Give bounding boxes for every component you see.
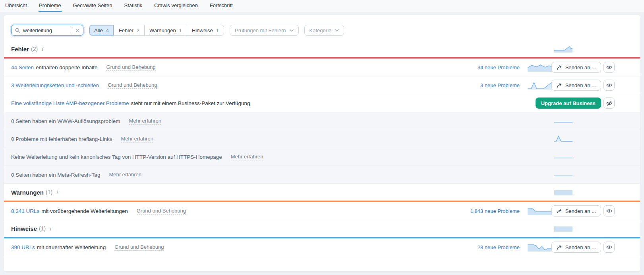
section-count: (1) bbox=[39, 225, 46, 232]
new-problems-link[interactable]: 28 neue Probleme bbox=[478, 244, 520, 250]
issue-row-amp-upgrade: Eine vollständige Liste AMP-bezogener Pr… bbox=[4, 94, 640, 112]
tab-crawls-vergleichen[interactable]: Crawls vergleichen bbox=[154, 0, 198, 12]
issue-row-www-resolve: 0 Seiten haben ein WWW-Auflösungsproblem… bbox=[4, 112, 640, 130]
section-header-hinweise: Hinweise (1) i bbox=[4, 220, 640, 237]
send-to-label: Senden an ... bbox=[565, 82, 596, 88]
amp-issues-link[interactable]: Eine vollständige Liste AMP-bezogener Pr… bbox=[11, 100, 129, 106]
upgrade-business-button[interactable]: Upgrade auf Business bbox=[536, 98, 601, 109]
why-fix-link[interactable]: Grund und Behebung bbox=[137, 208, 186, 215]
send-to-button[interactable]: Senden an ... bbox=[551, 242, 601, 253]
issue-link[interactable]: 3 Weiterleitungsketten und -schleifen bbox=[11, 82, 99, 88]
issue-link[interactable]: 44 Seiten bbox=[11, 64, 34, 70]
issue-text: enthalten doppelte Inhalte bbox=[36, 64, 97, 70]
info-icon[interactable]: i bbox=[49, 226, 51, 232]
section-title: Fehler bbox=[11, 46, 29, 53]
info-icon[interactable]: i bbox=[41, 46, 43, 52]
tab-statistik[interactable]: Statistik bbox=[124, 0, 143, 12]
hide-issue-eye-button[interactable] bbox=[603, 80, 615, 91]
trend-sparkline bbox=[528, 243, 552, 252]
issue-row-permanent-redirects: 390 URLs mit dauerhafter Weiterleitung G… bbox=[4, 238, 640, 256]
send-to-button[interactable]: Senden an ... bbox=[551, 205, 601, 216]
hide-issue-eye-button[interactable] bbox=[603, 242, 615, 253]
tab-probleme[interactable]: Probleme bbox=[39, 0, 62, 12]
segment-count: 4 bbox=[106, 27, 109, 33]
segment-warnungen[interactable]: Warnungen 1 bbox=[144, 25, 187, 35]
new-problems-link[interactable]: 34 neue Probleme bbox=[478, 64, 520, 70]
forward-arrow-icon bbox=[557, 245, 562, 250]
new-problems-link[interactable]: 1,843 neue Probleme bbox=[470, 208, 520, 214]
dropdown-label: Kategorie bbox=[309, 27, 332, 33]
learn-more-link[interactable]: Mehr erfahren bbox=[109, 172, 141, 178]
segment-label: Warnungen bbox=[149, 27, 176, 33]
segment-count: 2 bbox=[137, 27, 139, 33]
section-header-warnungen: Warnungen (1) i bbox=[4, 184, 640, 201]
issue-text: 0 Seiten haben ein WWW-Auflösungsproblem bbox=[11, 118, 120, 124]
tab-fortschritt[interactable]: Fortschritt bbox=[209, 0, 233, 12]
tab-gecrawlte-seiten[interactable]: Gecrawlte Seiten bbox=[73, 0, 113, 12]
send-to-label: Senden an ... bbox=[565, 64, 596, 70]
dropdown-label: Prüfungen mit Fehlern bbox=[235, 27, 286, 33]
segment-hinweise[interactable]: Hinweise 1 bbox=[187, 25, 224, 35]
search-icon bbox=[15, 28, 20, 33]
issue-text: steht nur mit einem Business-Paket zur V… bbox=[131, 100, 250, 106]
forward-arrow-icon bbox=[557, 65, 562, 70]
new-problems-link[interactable]: 3 neue Probleme bbox=[480, 82, 520, 88]
issue-text: Keine Weiterleitung und kein kanonisches… bbox=[11, 154, 222, 160]
issue-text: mit vorübergehende Weiterleitungen bbox=[41, 208, 128, 214]
text-caret bbox=[73, 27, 73, 33]
segment-label: Alle bbox=[94, 27, 103, 33]
why-fix-link[interactable]: Grund und Behebung bbox=[106, 64, 155, 71]
learn-more-link[interactable]: Mehr erfahren bbox=[129, 118, 161, 125]
trend-sparkline bbox=[554, 118, 572, 124]
why-fix-link[interactable]: Grund und Behebung bbox=[114, 244, 164, 251]
filter-toolbar: weiterleitung Alle 4 Fehler 2 Warnungen … bbox=[4, 15, 640, 41]
trend-sparkline bbox=[528, 81, 552, 90]
search-query-text: weiterleitung bbox=[23, 27, 72, 33]
section-header-fehler: Fehler (2) i bbox=[4, 41, 640, 57]
trend-sparkline bbox=[554, 45, 572, 53]
checks-with-errors-dropdown[interactable]: Prüfungen mit Fehlern bbox=[230, 25, 299, 36]
trend-sparkline bbox=[528, 63, 552, 72]
clear-search-icon[interactable] bbox=[75, 28, 80, 33]
send-to-button[interactable]: Senden an ... bbox=[551, 62, 601, 73]
issue-row-redirect-chains: 3 Weiterleitungsketten und -schleifen Gr… bbox=[4, 76, 640, 94]
forward-arrow-icon bbox=[557, 209, 562, 214]
segment-label: Hinweise bbox=[192, 27, 213, 33]
info-icon[interactable]: i bbox=[56, 189, 58, 195]
issue-row-duplicate-content: 44 Seiten enthalten doppelte Inhalte Gru… bbox=[4, 59, 640, 76]
trend-sparkline bbox=[554, 135, 572, 142]
issue-text: mit dauerhafter Weiterleitung bbox=[37, 244, 106, 250]
issue-link[interactable]: 390 URLs bbox=[11, 244, 35, 250]
learn-more-link[interactable]: Mehr erfahren bbox=[121, 136, 153, 142]
hide-issue-eye-button[interactable] bbox=[603, 62, 615, 73]
send-to-button[interactable]: Senden an ... bbox=[551, 80, 601, 91]
issue-text: 0 Probleme mit fehlerhaften hreflang-Lin… bbox=[11, 136, 112, 142]
section-title: Hinweise bbox=[11, 225, 37, 232]
section-count: (2) bbox=[31, 46, 38, 52]
forward-arrow-icon bbox=[557, 83, 562, 88]
issue-row-meta-refresh: 0 Seiten haben ein Meta-Refresh-Tag Mehr… bbox=[4, 166, 640, 184]
learn-more-link[interactable]: Mehr erfahren bbox=[231, 154, 263, 160]
severity-segmented-control: Alle 4 Fehler 2 Warnungen 1 Hinweise 1 bbox=[89, 25, 224, 36]
why-fix-link[interactable]: Grund und Behebung bbox=[108, 82, 157, 89]
issue-text: 0 Seiten haben ein Meta-Refresh-Tag bbox=[11, 172, 100, 178]
segment-alle[interactable]: Alle 4 bbox=[89, 25, 114, 35]
issue-link[interactable]: 8,241 URLs bbox=[11, 208, 39, 214]
hidden-issue-eye-off-button[interactable] bbox=[603, 98, 615, 109]
tab-uebersicht[interactable]: Übersicht bbox=[5, 0, 27, 12]
trend-sparkline bbox=[554, 225, 572, 232]
category-dropdown[interactable]: Kategorie bbox=[304, 25, 344, 36]
trend-sparkline bbox=[528, 207, 552, 215]
issue-row-temporary-redirects: 8,241 URLs mit vorübergehende Weiterleit… bbox=[4, 202, 640, 220]
search-input[interactable]: weiterleitung bbox=[11, 25, 83, 36]
segment-label: Fehler bbox=[119, 27, 133, 33]
segment-count: 1 bbox=[179, 27, 182, 33]
trend-sparkline bbox=[554, 172, 572, 178]
top-nav: Übersicht Probleme Gecrawlte Seiten Stat… bbox=[0, 0, 644, 12]
segment-fehler[interactable]: Fehler 2 bbox=[114, 25, 144, 35]
empty-footer-area bbox=[4, 256, 640, 271]
hide-issue-eye-button[interactable] bbox=[603, 205, 615, 216]
section-title: Warnungen bbox=[11, 189, 44, 196]
chevron-down-icon bbox=[290, 29, 294, 32]
segment-count: 1 bbox=[216, 27, 219, 33]
